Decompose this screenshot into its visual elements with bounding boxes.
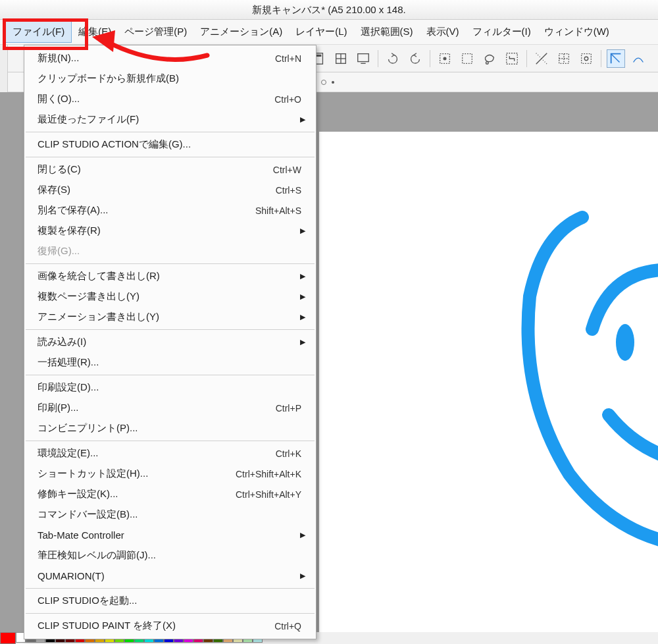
menu-item-label: CLIP STUDIO ACTIONで編集(G)... — [38, 138, 305, 151]
file-menu-item-3[interactable]: 最近使ったファイル(F)▶ — [24, 109, 316, 130]
menu-item-label: コンビニプリント(P)... — [38, 422, 305, 435]
menu-4[interactable]: レイヤー(L) — [289, 22, 353, 42]
menu-separator — [26, 329, 315, 330]
submenu-arrow-icon: ▶ — [300, 227, 305, 235]
file-menu-item-5[interactable]: CLIP STUDIO ACTIONで編集(G)... — [24, 134, 316, 155]
svg-rect-5 — [358, 53, 369, 61]
canvas[interactable] — [319, 132, 658, 632]
menu-6[interactable]: 表示(V) — [420, 22, 466, 42]
svg-rect-1 — [316, 55, 320, 56]
menu-item-label: 筆圧検知レベルの調節(J)... — [38, 549, 305, 562]
menu-item-label: 読み込み(I) — [38, 336, 300, 348]
menu-separator — [26, 375, 315, 375]
submenu-arrow-icon: ▶ — [300, 272, 305, 281]
file-menu-item-17[interactable]: 読み込み(I)▶ — [24, 332, 316, 352]
menu-item-label: クリップボードから新規作成(B) — [38, 72, 305, 85]
menu-item-label: 最近使ったファイル(F) — [38, 113, 300, 126]
undo-icon[interactable] — [384, 49, 402, 68]
file-menu-item-11: 復帰(G)... — [24, 241, 316, 261]
deselect-icon[interactable] — [436, 49, 454, 68]
ruler-icon[interactable] — [532, 49, 551, 68]
brush-size-dot-icon[interactable] — [321, 80, 326, 85]
menu-1[interactable]: 編集(E) — [72, 22, 118, 42]
menu-item-label: 画像を統合して書き出し(R) — [38, 270, 300, 282]
file-menu-item-9[interactable]: 別名で保存(A)...Shift+Alt+S — [24, 200, 316, 221]
select-all-icon[interactable] — [458, 49, 476, 68]
toolbar-separator — [526, 50, 527, 67]
color-swatch[interactable] — [0, 632, 16, 644]
menu-item-shortcut: Shift+Alt+S — [255, 205, 305, 216]
menu-item-label: 開く(O)... — [38, 93, 274, 105]
menu-0[interactable]: ファイル(F) — [5, 21, 72, 43]
grid-icon[interactable] — [555, 49, 573, 68]
file-menu-item-22[interactable]: コンビニプリント(P)... — [24, 418, 316, 439]
snap-special-icon[interactable] — [629, 49, 647, 68]
submenu-arrow-icon: ▶ — [300, 338, 305, 346]
menu-item-shortcut: Ctrl+W — [273, 165, 305, 175]
file-menu-item-29[interactable]: 筆圧検知レベルの調節(J)... — [24, 545, 316, 566]
svg-point-18 — [584, 57, 588, 61]
file-menu-item-1[interactable]: クリップボードから新規作成(B) — [24, 68, 316, 89]
menu-item-label: 印刷(P)... — [38, 402, 276, 414]
menu-item-label: QUMARION(T) — [38, 570, 300, 581]
submenu-arrow-icon: ▶ — [300, 115, 305, 124]
file-menu-item-28[interactable]: Tab-Mate Controller▶ — [24, 525, 316, 545]
screen-icon[interactable] — [354, 49, 372, 68]
menu-separator — [26, 157, 315, 157]
window-titlebar: 新規キャンバス* (A5 210.00 x 148. — [0, 0, 658, 20]
menu-2[interactable]: ページ管理(P) — [118, 22, 193, 42]
file-menu-item-21[interactable]: 印刷(P)...Ctrl+P — [24, 398, 316, 418]
menu-separator — [26, 613, 315, 614]
menu-item-label: 複製を保存(R) — [38, 225, 300, 237]
menu-3[interactable]: アニメーション(A) — [193, 22, 289, 42]
shrink-icon[interactable] — [503, 49, 521, 68]
tile-icon[interactable] — [332, 49, 350, 68]
file-menu-item-7[interactable]: 閉じる(C)Ctrl+W — [24, 159, 316, 180]
file-menu-item-18[interactable]: 一括処理(R)... — [24, 352, 316, 373]
file-menu-item-10[interactable]: 複製を保存(R)▶ — [24, 221, 316, 241]
menu-separator — [26, 588, 315, 589]
toolbar-separator — [378, 50, 378, 67]
brush-size-dot2-icon[interactable] — [332, 81, 334, 84]
file-menu-item-0[interactable]: 新規(N)...Ctrl+N — [24, 48, 316, 68]
menu-item-label: 修飾キー設定(K)... — [38, 488, 236, 500]
file-menu-item-30[interactable]: QUMARION(T)▶ — [24, 566, 316, 586]
file-menu-item-20[interactable]: 印刷設定(D)... — [24, 377, 316, 398]
menu-item-label: 復帰(G)... — [38, 245, 305, 257]
file-menu-item-8[interactable]: 保存(S)Ctrl+S — [24, 180, 316, 200]
redo-icon[interactable] — [406, 49, 424, 68]
svg-point-20 — [616, 324, 634, 361]
menu-item-label: 環境設定(E)... — [38, 447, 276, 460]
file-menu-item-24[interactable]: 環境設定(E)...Ctrl+K — [24, 443, 316, 464]
snap-icon[interactable] — [577, 49, 595, 68]
menu-item-label: アニメーション書き出し(Y) — [38, 311, 300, 323]
menu-item-label: 一括処理(R)... — [38, 356, 305, 369]
menu-item-label: 閉じる(C) — [38, 163, 273, 176]
submenu-arrow-icon: ▶ — [300, 572, 305, 580]
lasso-icon[interactable] — [480, 49, 499, 68]
menu-item-label: 別名で保存(A)... — [38, 204, 255, 217]
file-menu-item-13[interactable]: 画像を統合して書き出し(R)▶ — [24, 266, 316, 286]
file-menu-item-26[interactable]: 修飾キー設定(K)...Ctrl+Shift+Alt+Y — [24, 484, 316, 504]
menu-item-label: 新規(N)... — [38, 52, 275, 65]
svg-point-10 — [486, 61, 489, 64]
menu-item-label: Tab-Mate Controller — [38, 529, 300, 541]
file-menu-item-25[interactable]: ショートカット設定(H)...Ctrl+Shift+Alt+K — [24, 464, 316, 484]
menu-item-shortcut: Ctrl+N — [275, 53, 305, 64]
file-menu-item-32[interactable]: CLIP STUDIOを起動... — [24, 591, 316, 611]
menu-item-shortcut: Ctrl+S — [276, 185, 305, 196]
menu-5[interactable]: 選択範囲(S) — [354, 22, 420, 42]
file-menu-item-2[interactable]: 開く(O)...Ctrl+O — [24, 89, 316, 109]
menu-7[interactable]: フィルター(I) — [466, 22, 538, 42]
menu-item-label: 複数ページ書き出し(Y) — [38, 290, 300, 303]
snap-ruler-icon[interactable] — [607, 49, 625, 68]
svg-point-8 — [443, 57, 446, 60]
menu-item-shortcut: Ctrl+O — [274, 94, 305, 105]
menu-item-shortcut: Ctrl+K — [276, 448, 305, 459]
file-menu-item-15[interactable]: アニメーション書き出し(Y)▶ — [24, 307, 316, 327]
file-menu-item-27[interactable]: コマンドバー設定(B)... — [24, 504, 316, 525]
file-menu-item-34[interactable]: CLIP STUDIO PAINT を終了(X)Ctrl+Q — [24, 616, 316, 636]
menu-separator — [26, 132, 315, 132]
menu-8[interactable]: ウィンドウ(W) — [538, 22, 616, 42]
file-menu-item-14[interactable]: 複数ページ書き出し(Y)▶ — [24, 286, 316, 307]
